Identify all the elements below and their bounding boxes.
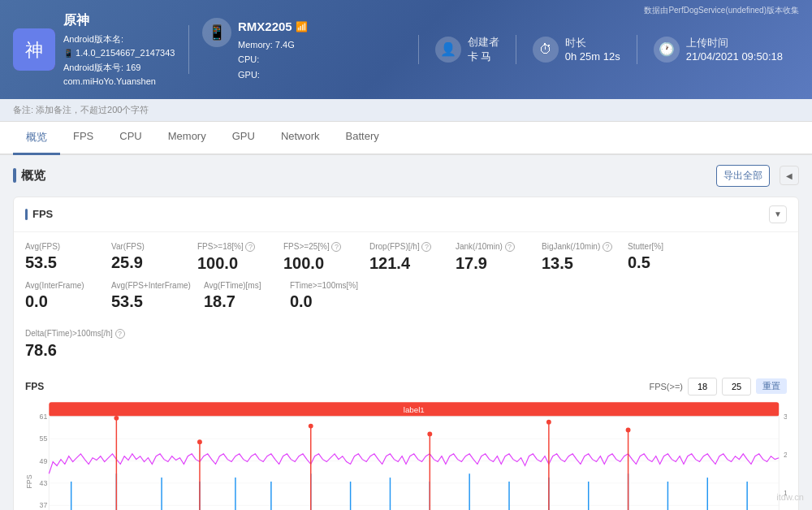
svg-rect-4 <box>49 417 779 510</box>
fps-chart-wrapper: label1 61 55 49 <box>25 400 787 510</box>
svg-text:FPS: FPS <box>25 474 33 488</box>
metric-drop-fps-value: 121.4 <box>369 254 443 273</box>
svg-point-46 <box>197 439 202 444</box>
section-collapse-button[interactable]: ◀ <box>780 166 799 185</box>
metric-fps-25: FPS>=25[%] ? 100.0 <box>283 242 356 273</box>
android-version: 📱 1.4.0_2154667_2147343 <box>63 46 175 61</box>
svg-text:61: 61 <box>40 413 48 421</box>
creator-label: 创建者 <box>468 35 499 50</box>
fps-threshold-input-2[interactable] <box>722 378 751 395</box>
metric-fps-18: FPS>=18[%] ? 100.0 <box>197 242 270 273</box>
svg-point-48 <box>309 424 313 429</box>
duration-icon: ⏱ <box>533 37 559 63</box>
metric-avg-interframe: Avg(InterFrame) 0.0 <box>25 281 98 311</box>
metric-ftime-100-value: 0.0 <box>290 292 363 311</box>
metric-avg-fps-label: Avg(FPS) <box>25 242 98 251</box>
metric-avg-ftime: Avg(FTime)[ms] 18.7 <box>204 281 277 311</box>
metric-var-fps-label: Var(FPS) <box>111 242 184 251</box>
svg-point-50 <box>427 431 432 436</box>
delta-help-icon[interactable]: ? <box>115 329 125 339</box>
app-details: 原神 Android版本名: 📱 1.4.0_2154667_2147343 A… <box>63 10 175 89</box>
header-divider <box>188 25 189 74</box>
fps-panel-collapse-button[interactable]: ▼ <box>769 205 787 223</box>
drop-fps-help-icon[interactable]: ? <box>421 242 431 252</box>
metric-jank: Jank(/10min) ? 17.9 <box>456 242 529 273</box>
android-build: Android版本号: 169 <box>63 61 175 76</box>
metric-drop-fps: Drop(FPS)[/h] ? 121.4 <box>369 242 443 273</box>
fps-metrics-grid: Avg(FPS) 53.5 Var(FPS) 25.9 FPS>=18[%] ?… <box>14 232 798 329</box>
chart-controls: FPS FPS(>=) 重置 <box>25 378 787 395</box>
tab-cpu[interactable]: CPU <box>106 122 154 155</box>
tab-gpu[interactable]: GPU <box>219 122 268 155</box>
notes-bar: 备注: 添加备注，不超过200个字符 <box>0 99 812 122</box>
metric-ftime-100: FTime>=100ms[%] 0.0 <box>290 281 363 311</box>
metric-jank-label: Jank(/10min) ? <box>456 242 529 252</box>
fps-chart-svg: label1 61 55 49 <box>25 400 787 510</box>
delta-label: Delta(FTime)>100ms[/h] ? <box>25 329 787 339</box>
creator-icon: 👤 <box>435 37 461 63</box>
fps-panel-header: FPS ▼ <box>14 197 798 232</box>
duration-stat: ⏱ 时长 0h 25m 12s <box>516 35 637 64</box>
app-name: 原神 <box>63 10 175 31</box>
chart-reset-button[interactable]: 重置 <box>756 378 787 394</box>
duration-value: 0h 25m 12s <box>565 50 620 63</box>
upload-time-label: 上传时间 <box>686 36 783 50</box>
fps-25-help-icon[interactable]: ? <box>331 242 341 252</box>
metric-ftime-100-label: FTime>=100ms[%] <box>290 281 363 290</box>
metric-fps-25-label: FPS>=25[%] ? <box>283 242 356 252</box>
delta-row: Delta(FTime)>100ms[/h] ? 78.6 <box>14 329 798 370</box>
chart-fps-label: FPS <box>25 381 44 392</box>
device-details: RMX2205 📶 Memory: 7.4G CPU: GPU: <box>238 16 308 83</box>
jank-help-icon[interactable]: ? <box>505 242 515 252</box>
metric-drop-fps-label: Drop(FPS)[/h] ? <box>369 242 443 252</box>
fps-18-help-icon[interactable]: ? <box>245 242 255 252</box>
fps-panel-title: FPS <box>25 208 53 220</box>
export-button[interactable]: 导出全部 <box>716 165 770 187</box>
device-icon: 📱 <box>202 18 231 47</box>
metric-avg-fps-interframe-label: Avg(FPS+InterFrame) <box>111 281 191 290</box>
android-version-label: Android版本名: <box>63 32 175 47</box>
creator-value: 卡 马 <box>468 50 499 64</box>
package-name: com.miHoYo.Yuanshen <box>63 75 175 89</box>
metric-jank-value: 17.9 <box>456 254 529 273</box>
metric-bigjank-label: BigJank(/10min) ? <box>542 242 615 252</box>
metric-avg-fps-value: 53.5 <box>25 253 98 272</box>
svg-text:神: 神 <box>25 40 43 60</box>
notes-text: 备注: 添加备注，不超过200个字符 <box>13 105 149 115</box>
svg-text:37: 37 <box>40 501 48 509</box>
metric-bigjank-value: 13.5 <box>542 254 615 273</box>
data-source: 数据由PerfDogService(undefined)版本收集 <box>644 5 799 16</box>
svg-point-54 <box>626 428 631 433</box>
metric-avg-fps: Avg(FPS) 53.5 <box>25 242 98 273</box>
fps-chart-container: FPS FPS(>=) 重置 label1 <box>14 370 798 510</box>
metric-avg-interframe-label: Avg(InterFrame) <box>25 281 98 290</box>
metric-avg-ftime-label: Avg(FTime)[ms] <box>204 281 277 290</box>
watermark: itdw.cn <box>776 492 804 502</box>
device-cpu: CPU: <box>238 52 308 67</box>
fps-threshold-controls: FPS(>=) 重置 <box>649 378 787 395</box>
svg-point-52 <box>546 420 551 425</box>
metric-fps-18-label: FPS>=18[%] ? <box>197 242 270 252</box>
tab-battery[interactable]: Battery <box>333 122 392 155</box>
svg-text:3: 3 <box>784 413 787 421</box>
section-title: 概览 <box>13 168 45 184</box>
fps-threshold-label: FPS(>=) <box>649 382 683 391</box>
tab-overview[interactable]: 概览 <box>13 122 60 155</box>
svg-text:43: 43 <box>40 479 48 487</box>
creator-stat: 👤 创建者 卡 马 <box>418 35 516 64</box>
bigjank-help-icon[interactable]: ? <box>603 242 612 252</box>
tab-fps[interactable]: FPS <box>60 122 106 155</box>
fps-threshold-input-1[interactable] <box>688 378 717 395</box>
content-area: 概览 导出全部 ◀ FPS ▼ Avg(FPS) 53.5 Var(FPS) 2… <box>0 155 812 510</box>
tab-memory[interactable]: Memory <box>155 122 219 155</box>
svg-point-44 <box>114 416 119 421</box>
upload-time-value: 21/04/2021 09:50:18 <box>686 50 783 63</box>
metric-stutter-label: Stutter[%] <box>628 242 701 251</box>
upload-time-stat: 🕐 上传时间 21/04/2021 09:50:18 <box>637 35 799 64</box>
metric-avg-interframe-value: 0.0 <box>25 292 98 311</box>
metric-avg-fps-interframe: Avg(FPS+InterFrame) 53.5 <box>111 281 191 311</box>
fps-panel: FPS ▼ Avg(FPS) 53.5 Var(FPS) 25.9 FPS>=1… <box>13 197 799 510</box>
header-stats: 👤 创建者 卡 马 ⏱ 时长 0h 25m 12s 🕐 上传时间 21/04/2… <box>345 35 799 64</box>
tab-network[interactable]: Network <box>268 122 333 155</box>
metric-var-fps-value: 25.9 <box>111 253 184 272</box>
